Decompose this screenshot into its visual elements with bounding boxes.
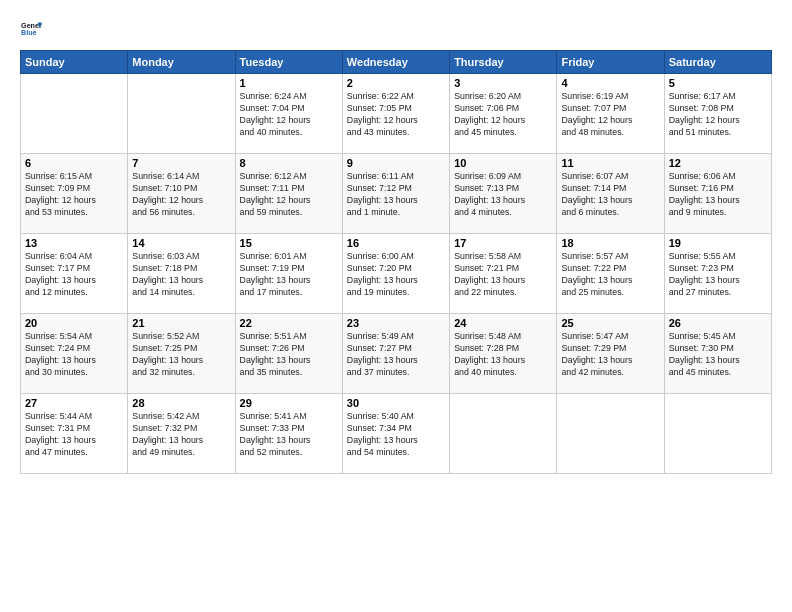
calendar-cell: 18Sunrise: 5:57 AM Sunset: 7:22 PM Dayli… [557,234,664,314]
day-info: Sunrise: 5:45 AM Sunset: 7:30 PM Dayligh… [669,331,767,379]
day-number: 28 [132,397,230,409]
calendar-cell: 11Sunrise: 6:07 AM Sunset: 7:14 PM Dayli… [557,154,664,234]
day-info: Sunrise: 5:51 AM Sunset: 7:26 PM Dayligh… [240,331,338,379]
day-info: Sunrise: 6:09 AM Sunset: 7:13 PM Dayligh… [454,171,552,219]
day-of-week-header: Thursday [450,51,557,74]
day-info: Sunrise: 6:20 AM Sunset: 7:06 PM Dayligh… [454,91,552,139]
calendar-cell: 21Sunrise: 5:52 AM Sunset: 7:25 PM Dayli… [128,314,235,394]
day-info: Sunrise: 6:11 AM Sunset: 7:12 PM Dayligh… [347,171,445,219]
day-number: 2 [347,77,445,89]
calendar-cell: 1Sunrise: 6:24 AM Sunset: 7:04 PM Daylig… [235,74,342,154]
day-number: 29 [240,397,338,409]
day-number: 11 [561,157,659,169]
day-info: Sunrise: 5:52 AM Sunset: 7:25 PM Dayligh… [132,331,230,379]
calendar-cell: 4Sunrise: 6:19 AM Sunset: 7:07 PM Daylig… [557,74,664,154]
calendar-cell: 7Sunrise: 6:14 AM Sunset: 7:10 PM Daylig… [128,154,235,234]
calendar-cell [450,394,557,474]
day-info: Sunrise: 6:15 AM Sunset: 7:09 PM Dayligh… [25,171,123,219]
calendar-cell: 8Sunrise: 6:12 AM Sunset: 7:11 PM Daylig… [235,154,342,234]
day-info: Sunrise: 5:54 AM Sunset: 7:24 PM Dayligh… [25,331,123,379]
day-number: 16 [347,237,445,249]
day-of-week-header: Wednesday [342,51,449,74]
day-number: 30 [347,397,445,409]
day-number: 10 [454,157,552,169]
day-number: 7 [132,157,230,169]
calendar-cell: 13Sunrise: 6:04 AM Sunset: 7:17 PM Dayli… [21,234,128,314]
calendar-header: SundayMondayTuesdayWednesdayThursdayFrid… [21,51,772,74]
day-info: Sunrise: 6:19 AM Sunset: 7:07 PM Dayligh… [561,91,659,139]
calendar-week: 6Sunrise: 6:15 AM Sunset: 7:09 PM Daylig… [21,154,772,234]
calendar-week: 20Sunrise: 5:54 AM Sunset: 7:24 PM Dayli… [21,314,772,394]
day-number: 26 [669,317,767,329]
day-number: 19 [669,237,767,249]
day-number: 14 [132,237,230,249]
day-info: Sunrise: 6:24 AM Sunset: 7:04 PM Dayligh… [240,91,338,139]
day-number: 22 [240,317,338,329]
day-info: Sunrise: 5:42 AM Sunset: 7:32 PM Dayligh… [132,411,230,459]
day-number: 18 [561,237,659,249]
day-info: Sunrise: 5:48 AM Sunset: 7:28 PM Dayligh… [454,331,552,379]
calendar-cell: 26Sunrise: 5:45 AM Sunset: 7:30 PM Dayli… [664,314,771,394]
day-number: 24 [454,317,552,329]
day-info: Sunrise: 6:06 AM Sunset: 7:16 PM Dayligh… [669,171,767,219]
day-of-week-header: Saturday [664,51,771,74]
day-number: 25 [561,317,659,329]
calendar-cell: 23Sunrise: 5:49 AM Sunset: 7:27 PM Dayli… [342,314,449,394]
day-info: Sunrise: 6:12 AM Sunset: 7:11 PM Dayligh… [240,171,338,219]
calendar-table: SundayMondayTuesdayWednesdayThursdayFrid… [20,50,772,474]
day-info: Sunrise: 6:22 AM Sunset: 7:05 PM Dayligh… [347,91,445,139]
day-number: 1 [240,77,338,89]
calendar-cell: 17Sunrise: 5:58 AM Sunset: 7:21 PM Dayli… [450,234,557,314]
day-of-week-header: Tuesday [235,51,342,74]
calendar-cell: 12Sunrise: 6:06 AM Sunset: 7:16 PM Dayli… [664,154,771,234]
day-number: 23 [347,317,445,329]
day-info: Sunrise: 5:40 AM Sunset: 7:34 PM Dayligh… [347,411,445,459]
logo: General Blue [20,18,46,40]
day-number: 12 [669,157,767,169]
calendar-cell: 2Sunrise: 6:22 AM Sunset: 7:05 PM Daylig… [342,74,449,154]
svg-text:Blue: Blue [21,29,37,37]
day-info: Sunrise: 6:17 AM Sunset: 7:08 PM Dayligh… [669,91,767,139]
day-info: Sunrise: 5:49 AM Sunset: 7:27 PM Dayligh… [347,331,445,379]
day-info: Sunrise: 6:07 AM Sunset: 7:14 PM Dayligh… [561,171,659,219]
day-number: 17 [454,237,552,249]
day-info: Sunrise: 6:00 AM Sunset: 7:20 PM Dayligh… [347,251,445,299]
day-number: 15 [240,237,338,249]
calendar-cell: 14Sunrise: 6:03 AM Sunset: 7:18 PM Dayli… [128,234,235,314]
day-number: 21 [132,317,230,329]
day-info: Sunrise: 5:44 AM Sunset: 7:31 PM Dayligh… [25,411,123,459]
page-header: General Blue [20,18,772,40]
calendar-cell: 29Sunrise: 5:41 AM Sunset: 7:33 PM Dayli… [235,394,342,474]
day-info: Sunrise: 5:58 AM Sunset: 7:21 PM Dayligh… [454,251,552,299]
calendar-cell: 3Sunrise: 6:20 AM Sunset: 7:06 PM Daylig… [450,74,557,154]
day-number: 27 [25,397,123,409]
day-number: 20 [25,317,123,329]
calendar-body: 1Sunrise: 6:24 AM Sunset: 7:04 PM Daylig… [21,74,772,474]
calendar-cell: 10Sunrise: 6:09 AM Sunset: 7:13 PM Dayli… [450,154,557,234]
day-of-week-header: Friday [557,51,664,74]
calendar-cell: 24Sunrise: 5:48 AM Sunset: 7:28 PM Dayli… [450,314,557,394]
day-number: 8 [240,157,338,169]
calendar-cell: 22Sunrise: 5:51 AM Sunset: 7:26 PM Dayli… [235,314,342,394]
calendar-cell: 16Sunrise: 6:00 AM Sunset: 7:20 PM Dayli… [342,234,449,314]
calendar-week: 1Sunrise: 6:24 AM Sunset: 7:04 PM Daylig… [21,74,772,154]
calendar-cell: 28Sunrise: 5:42 AM Sunset: 7:32 PM Dayli… [128,394,235,474]
calendar-cell: 15Sunrise: 6:01 AM Sunset: 7:19 PM Dayli… [235,234,342,314]
day-info: Sunrise: 6:03 AM Sunset: 7:18 PM Dayligh… [132,251,230,299]
day-number: 13 [25,237,123,249]
calendar-cell: 25Sunrise: 5:47 AM Sunset: 7:29 PM Dayli… [557,314,664,394]
calendar-cell [557,394,664,474]
day-number: 4 [561,77,659,89]
calendar-cell: 5Sunrise: 6:17 AM Sunset: 7:08 PM Daylig… [664,74,771,154]
calendar-cell [664,394,771,474]
day-info: Sunrise: 5:55 AM Sunset: 7:23 PM Dayligh… [669,251,767,299]
calendar-cell: 27Sunrise: 5:44 AM Sunset: 7:31 PM Dayli… [21,394,128,474]
day-number: 5 [669,77,767,89]
day-info: Sunrise: 5:41 AM Sunset: 7:33 PM Dayligh… [240,411,338,459]
day-of-week-header: Sunday [21,51,128,74]
day-info: Sunrise: 5:47 AM Sunset: 7:29 PM Dayligh… [561,331,659,379]
calendar-cell: 20Sunrise: 5:54 AM Sunset: 7:24 PM Dayli… [21,314,128,394]
calendar-cell [128,74,235,154]
calendar-cell: 19Sunrise: 5:55 AM Sunset: 7:23 PM Dayli… [664,234,771,314]
day-info: Sunrise: 5:57 AM Sunset: 7:22 PM Dayligh… [561,251,659,299]
